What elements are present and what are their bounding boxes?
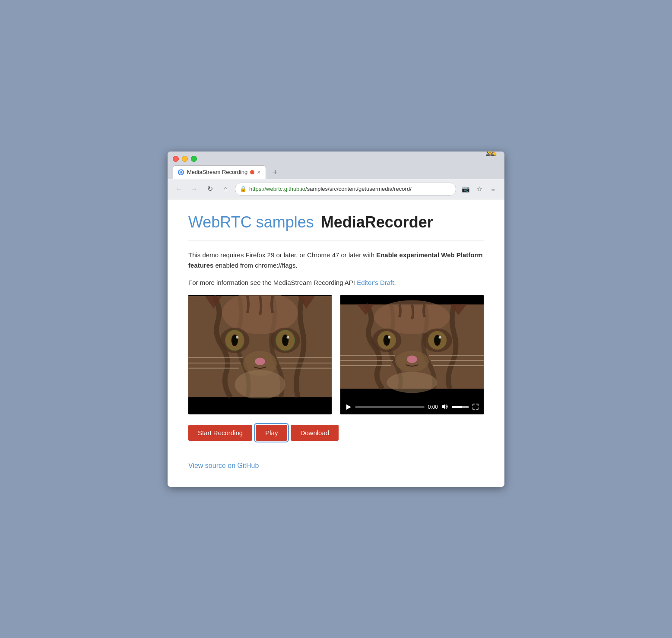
svg-rect-43 [340,355,395,356]
svg-point-40 [439,336,441,338]
svg-rect-48 [433,365,484,366]
new-tab-button[interactable]: + [268,167,282,179]
title-bar: 🕵️ MediaStream Recording × + [168,152,504,179]
play-button[interactable]: Play [256,425,287,441]
tab-title: MediaStream Recording [187,169,247,175]
browser-window: 🕵️ MediaStream Recording × + ← → ↻ [168,152,504,487]
close-window-button[interactable] [173,156,179,162]
svg-point-19 [255,357,265,365]
active-tab[interactable]: MediaStream Recording × [173,165,266,179]
svg-rect-22 [188,367,239,368]
svg-point-16 [287,336,289,338]
svg-marker-52 [346,404,351,410]
page-header: WebRTC samples MediaRecorder [188,213,484,231]
svg-rect-24 [279,363,332,363]
description-paragraph-1: This demo requires Firefox 29 or later, … [188,250,484,271]
svg-point-26 [235,370,285,398]
fullscreen-button[interactable] [472,404,479,411]
svg-rect-20 [188,357,243,358]
github-link[interactable]: View source on GitHub [188,462,259,469]
action-buttons-row: Start Recording Play Download [188,425,484,441]
svg-rect-25 [281,367,332,368]
home-button[interactable]: ⌂ [219,183,231,195]
editors-draft-period: . [394,279,396,286]
spy-icon: 🕵️ [483,152,499,159]
page-content: WebRTC samples MediaRecorder This demo r… [168,199,504,487]
camera-button[interactable]: 📷 [460,183,472,195]
minimize-window-button[interactable] [182,156,188,162]
recorded-video-feed [340,295,484,398]
url-green-part: https://webrtc.github.io [249,186,305,192]
download-button[interactable]: Download [291,425,339,441]
play-pause-button[interactable] [346,404,352,410]
tab-favicon [178,169,184,176]
editors-draft-link[interactable]: Editor's Draft [357,279,394,286]
menu-button[interactable]: ≡ [487,183,499,195]
reload-button[interactable]: ↻ [204,183,216,195]
ssl-icon: 🔒 [240,186,247,192]
volume-button[interactable] [441,404,448,411]
header-divider [188,240,484,240]
start-recording-button[interactable]: Start Recording [188,425,252,441]
recorded-video-box: 0:00 [340,295,484,414]
svg-rect-46 [429,355,484,356]
tab-close-button[interactable]: × [257,169,260,175]
live-video-feed [188,295,332,398]
video-progress-bar[interactable] [355,406,425,408]
svg-rect-23 [277,357,332,358]
svg-rect-44 [340,360,393,361]
webrtc-samples-title: WebRTC samples [188,213,314,231]
volume-bar[interactable] [452,406,469,408]
back-button[interactable]: ← [173,183,185,195]
nav-right-buttons: 📷 ☆ ≡ [460,183,499,195]
svg-rect-47 [431,360,484,361]
svg-rect-45 [340,365,391,366]
svg-marker-53 [442,404,445,409]
video-time: 0:00 [428,404,438,410]
bottom-divider [188,453,484,453]
forward-button[interactable]: → [188,183,200,195]
url-text: https://webrtc.github.io/samples/src/con… [249,186,451,192]
address-bar[interactable]: 🔒 https://webrtc.github.io/samples/src/c… [235,183,456,196]
description-text-2: enabled from chrome://flags. [213,262,297,269]
page-main-title: MediaRecorder [321,213,433,231]
svg-point-49 [387,372,437,393]
description-text-1: This demo requires Firefox 29 or later, … [188,251,376,259]
video-controls: 0:00 [340,400,484,414]
description-api-text: For more information see the MediaStream… [188,279,357,286]
maximize-window-button[interactable] [191,156,197,162]
bookmark-button[interactable]: ☆ [473,183,485,195]
svg-point-10 [236,336,238,338]
traffic-lights: 🕵️ [173,156,499,162]
live-video-box [188,295,332,414]
description-paragraph-2: For more information see the MediaStream… [188,278,484,288]
video-container: 0:00 [188,295,484,414]
nav-bar: ← → ↻ ⌂ 🔒 https://webrtc.github.io/sampl… [168,179,504,199]
url-rest-part: /samples/src/content/getusermedia/record… [305,186,412,192]
tab-bar: MediaStream Recording × + [173,165,499,179]
svg-rect-21 [188,363,241,363]
svg-point-35 [388,336,390,338]
svg-point-42 [407,355,417,363]
recording-indicator [250,170,254,174]
